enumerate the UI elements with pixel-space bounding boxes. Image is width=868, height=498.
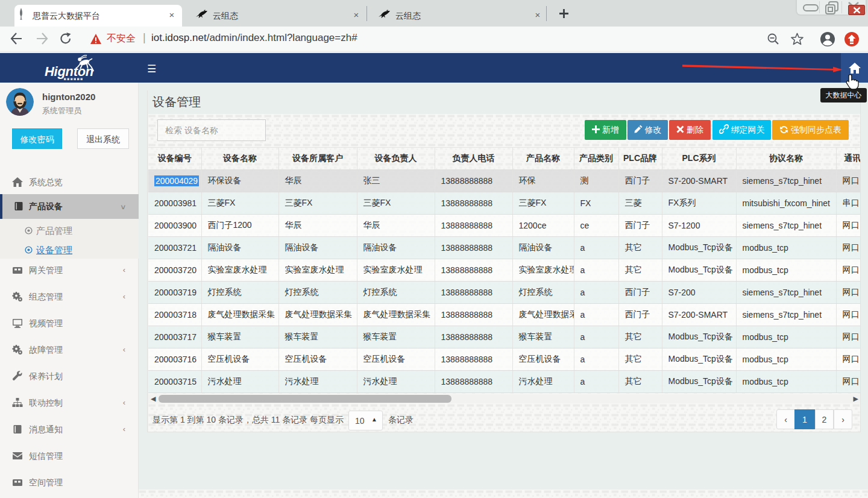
svg-text:Hignton: Hignton <box>45 64 93 79</box>
